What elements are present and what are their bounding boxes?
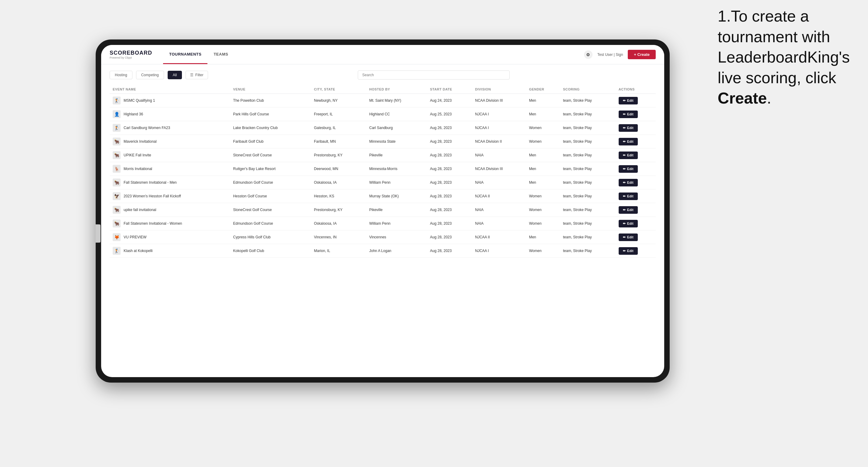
cell-actions-6: ✏ Edit — [616, 176, 656, 189]
cell-gender-4: Men — [526, 149, 560, 162]
cell-actions-7: ✏ Edit — [616, 189, 656, 203]
cell-event-name-6: 🐂 Fall Statesmen Invitational - Men — [110, 176, 230, 189]
table-row: 🐂 Maverick Invitational Faribault Golf C… — [110, 135, 656, 149]
cell-venue-7: Hesston Golf Course — [230, 189, 311, 203]
table-header-row: EVENT NAME VENUE CITY, STATE HOSTED BY S… — [110, 85, 656, 94]
edit-button-11[interactable]: ✏ Edit — [619, 247, 638, 255]
search-input[interactable] — [358, 70, 509, 80]
cell-actions-1: ✏ Edit — [616, 107, 656, 121]
cell-actions-0: ✏ Edit — [616, 94, 656, 107]
team-logo-8: 🐂 — [113, 206, 121, 214]
cell-event-name-3: 🐂 Maverick Invitational — [110, 135, 230, 149]
cell-city-state-2: Galesburg, IL — [311, 121, 366, 135]
edit-button-2[interactable]: ✏ Edit — [619, 124, 638, 132]
cell-scoring-5: team, Stroke Play — [560, 162, 616, 176]
filter-hosting[interactable]: Hosting — [110, 71, 132, 79]
cell-gender-5: Men — [526, 162, 560, 176]
event-name-text-10: VU PREVIEW — [124, 235, 146, 239]
cell-division-3: NCAA Division II — [472, 135, 526, 149]
instruction-create-word: Create — [718, 89, 767, 107]
cell-scoring-7: team, Stroke Play — [560, 189, 616, 203]
event-name-text-5: Morris Invitational — [124, 167, 152, 171]
cell-actions-9: ✏ Edit — [616, 217, 656, 230]
team-logo-11: 🏌 — [113, 247, 121, 255]
cell-division-1: NJCAA I — [472, 107, 526, 121]
edit-label-1: Edit — [627, 112, 633, 116]
edit-button-1[interactable]: ✏ Edit — [619, 111, 638, 118]
cell-start-date-9: Aug 28, 2023 — [427, 217, 472, 230]
team-logo-1: 👤 — [113, 110, 121, 118]
nav-bar: SCOREBOARD Powered by Clippt TOURNAMENTS… — [101, 45, 664, 64]
cell-event-name-5: 🦌 Morris Invitational — [110, 162, 230, 176]
col-gender: GENDER — [526, 85, 560, 94]
event-name-text-1: Highland 36 — [124, 112, 143, 116]
cell-hosted-by-7: Murray State (OK) — [366, 189, 427, 203]
cell-scoring-0: team, Stroke Play — [560, 94, 616, 107]
col-actions: ACTIONS — [616, 85, 656, 94]
edit-button-8[interactable]: ✏ Edit — [619, 206, 638, 214]
cell-start-date-2: Aug 26, 2023 — [427, 121, 472, 135]
edit-pencil-icon-4: ✏ — [623, 153, 626, 157]
cell-actions-4: ✏ Edit — [616, 149, 656, 162]
cell-gender-7: Women — [526, 189, 560, 203]
team-logo-9: 🐂 — [113, 220, 121, 227]
cell-city-state-4: Prestonsburg, KY — [311, 149, 366, 162]
cell-venue-11: Kokopelli Golf Club — [230, 244, 311, 258]
col-event-name: EVENT NAME — [110, 85, 230, 94]
col-division: DIVISION — [472, 85, 526, 94]
team-logo-6: 🐂 — [113, 179, 121, 186]
nav-right: ⚙ Test User | Sign + Create — [584, 50, 656, 59]
edit-label-9: Edit — [627, 222, 633, 225]
filter-label: Filter — [195, 73, 204, 77]
filter-all[interactable]: All — [168, 71, 182, 79]
cell-start-date-10: Aug 28, 2023 — [427, 230, 472, 244]
nav-link-teams[interactable]: TEAMS — [208, 45, 234, 64]
cell-scoring-6: team, Stroke Play — [560, 176, 616, 189]
tournaments-table: EVENT NAME VENUE CITY, STATE HOSTED BY S… — [110, 85, 656, 258]
cell-start-date-5: Aug 28, 2023 — [427, 162, 472, 176]
cell-hosted-by-6: William Penn — [366, 176, 427, 189]
cell-actions-2: ✏ Edit — [616, 121, 656, 135]
cell-event-name-8: 🐂 upike fall invitational — [110, 203, 230, 217]
edit-button-0[interactable]: ✏ Edit — [619, 97, 638, 104]
cell-venue-5: Ruttger's Bay Lake Resort — [230, 162, 311, 176]
cell-city-state-8: Prestonsburg, KY — [311, 203, 366, 217]
edit-button-7[interactable]: ✏ Edit — [619, 192, 638, 200]
edit-button-4[interactable]: ✏ Edit — [619, 152, 638, 159]
create-button[interactable]: + Create — [628, 50, 656, 59]
side-tab — [96, 224, 100, 243]
edit-button-10[interactable]: ✏ Edit — [619, 234, 638, 241]
cell-city-state-7: Hesston, KS — [311, 189, 366, 203]
cell-city-state-0: Newburgh, NY — [311, 94, 366, 107]
cell-hosted-by-8: Pikeville — [366, 203, 427, 217]
edit-button-6[interactable]: ✏ Edit — [619, 179, 638, 186]
table-row: 🐂 Fall Statesmen Invitational - Women Ed… — [110, 217, 656, 230]
table-row: 🏌 Carl Sandburg Women FA23 Lake Bracken … — [110, 121, 656, 135]
nav-link-tournaments[interactable]: TOURNAMENTS — [163, 45, 208, 64]
cell-division-6: NAIA — [472, 176, 526, 189]
cell-gender-1: Men — [526, 107, 560, 121]
logo: SCOREBOARD Powered by Clippt — [110, 50, 152, 59]
edit-label-7: Edit — [627, 194, 633, 198]
event-name-text-6: Fall Statesmen Invitational - Men — [124, 180, 177, 185]
settings-icon[interactable]: ⚙ — [584, 51, 592, 59]
edit-button-5[interactable]: ✏ Edit — [619, 165, 638, 173]
cell-hosted-by-10: Vincennes — [366, 230, 427, 244]
event-name-text-7: 2023 Women's Hesston Fall Kickoff — [124, 194, 181, 198]
instruction-line1: 1.To create a — [718, 7, 809, 25]
filter-button[interactable]: ☰ Filter — [186, 71, 208, 79]
filter-competing[interactable]: Competing — [136, 71, 164, 79]
edit-button-9[interactable]: ✏ Edit — [619, 220, 638, 227]
event-name-text-9: Fall Statesmen Invitational - Women — [124, 221, 182, 226]
cell-hosted-by-11: John A Logan — [366, 244, 427, 258]
cell-scoring-1: team, Stroke Play — [560, 107, 616, 121]
cell-start-date-1: Aug 25, 2023 — [427, 107, 472, 121]
cell-division-9: NAIA — [472, 217, 526, 230]
instruction-text: 1.To create a tournament with Leaderboar… — [718, 6, 850, 109]
cell-venue-8: StoneCrest Golf Course — [230, 203, 311, 217]
edit-button-3[interactable]: ✏ Edit — [619, 138, 638, 146]
cell-scoring-4: team, Stroke Play — [560, 149, 616, 162]
cell-event-name-9: 🐂 Fall Statesmen Invitational - Women — [110, 217, 230, 230]
team-logo-4: 🐂 — [113, 151, 121, 159]
edit-pencil-icon-9: ✏ — [623, 222, 626, 226]
